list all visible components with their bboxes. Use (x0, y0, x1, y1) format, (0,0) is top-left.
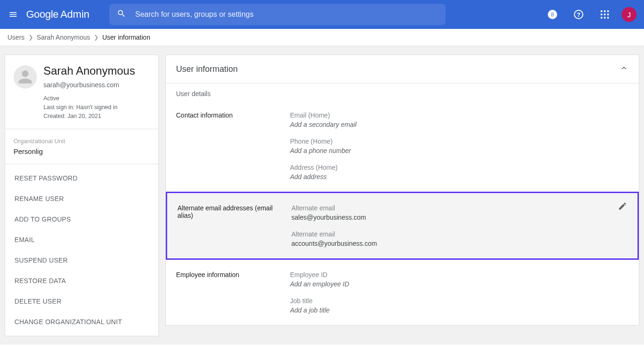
user-status: Active (43, 94, 135, 103)
alias-2-label: Alternate email (291, 230, 627, 238)
search-input[interactable] (135, 10, 438, 19)
action-email[interactable]: EMAIL (5, 229, 158, 250)
help-icon[interactable]: ? (569, 5, 588, 24)
apps-icon[interactable] (595, 5, 614, 24)
action-add-to-groups[interactable]: ADD TO GROUPS (5, 209, 158, 229)
logo[interactable]: Google Admin (26, 8, 90, 21)
email-home-label: Email (Home) (290, 111, 629, 119)
action-suspend-user[interactable]: SUSPEND USER (5, 250, 158, 271)
product-name: Admin (60, 8, 89, 21)
google-logo-text: Google (26, 8, 58, 21)
employee-id-label: Employee ID (290, 271, 629, 278)
action-rename-user[interactable]: RENAME USER (5, 188, 158, 209)
chevron-right-icon: ❯ (94, 34, 99, 41)
section-title: Alternate email addresses (email alias) (177, 204, 291, 247)
section-title: Employee information (176, 271, 290, 314)
account-badge[interactable]: 8 (543, 5, 562, 24)
breadcrumb-users[interactable]: Users (7, 34, 25, 41)
user-actions: RESET PASSWORD RENAME USER ADD TO GROUPS… (5, 164, 158, 336)
section-title: Contact information (176, 111, 290, 180)
address-home-label: Address (Home) (290, 164, 629, 171)
address-home-value: Add address (290, 173, 629, 180)
breadcrumb-current: User information (102, 34, 150, 41)
app-header: Google Admin 8 ? J (0, 0, 644, 29)
job-title-label: Job title (290, 297, 629, 305)
breadcrumb-user[interactable]: Sarah Anonymous (37, 34, 90, 41)
search-box[interactable] (109, 4, 446, 25)
alias-1-label: Alternate email (291, 204, 627, 212)
breadcrumb: Users ❯ Sarah Anonymous ❯ User informati… (0, 29, 644, 46)
employee-information-section[interactable]: Employee information Employee ID Add an … (166, 260, 639, 325)
alternate-emails-section[interactable]: Alternate email addresses (email alias) … (166, 192, 639, 260)
page-title: User information (176, 64, 238, 74)
menu-icon[interactable] (7, 9, 19, 20)
user-email: sarah@yourbusiness.com (43, 81, 135, 89)
pencil-icon[interactable] (618, 201, 627, 213)
email-home-value: Add a secondary email (290, 121, 629, 128)
phone-home-value: Add a phone number (290, 147, 629, 154)
alias-1-value: sales@yourbusiness.com (291, 214, 627, 221)
user-created: Created: Jan 20, 2021 (43, 112, 135, 121)
job-title-value: Add a job title (290, 306, 629, 314)
user-last-signin: Last sign in: Hasn't signed in (43, 103, 135, 112)
chevron-up-icon[interactable] (619, 63, 629, 75)
org-unit-label: Organizational Unit (14, 138, 150, 145)
action-restore-data[interactable]: RESTORE DATA (5, 271, 158, 291)
action-reset-password[interactable]: RESET PASSWORD (5, 168, 158, 188)
alias-2-value: accounts@yourbusiness.com (291, 240, 627, 247)
user-information-card: User information User details Contact in… (165, 55, 639, 326)
avatar[interactable]: J (622, 7, 637, 22)
employee-id-value: Add an employee ID (290, 280, 629, 288)
badge-value: 8 (548, 10, 557, 19)
user-avatar-icon (14, 65, 37, 89)
contact-information-section[interactable]: Contact information Email (Home) Add a s… (166, 100, 639, 192)
phone-home-label: Phone (Home) (290, 138, 629, 145)
action-delete-user[interactable]: DELETE USER (5, 291, 158, 312)
search-icon (117, 9, 126, 20)
user-name: Sarah Anonymous (43, 64, 135, 77)
action-change-org-unit[interactable]: CHANGE ORGANIZATIONAL UNIT (5, 312, 158, 332)
user-summary-card: Sarah Anonymous sarah@yourbusiness.com A… (5, 55, 159, 336)
user-details-subtitle: User details (166, 83, 639, 100)
chevron-right-icon: ❯ (28, 34, 33, 41)
org-unit-value: Personlig (14, 147, 150, 155)
